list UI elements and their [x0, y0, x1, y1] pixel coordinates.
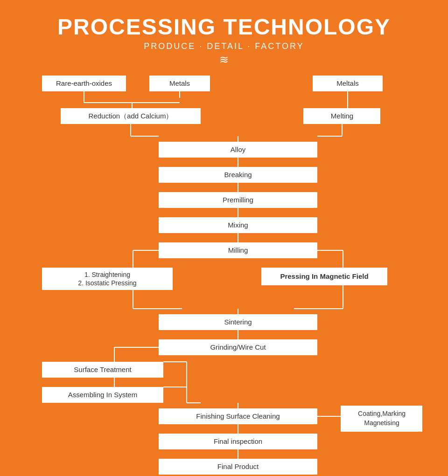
- breaking-label: Breaking: [224, 171, 252, 179]
- final-inspection-label: Final inspection: [214, 437, 262, 445]
- melting-label: Melting: [331, 112, 353, 120]
- meltals-label: Meltals: [336, 79, 359, 87]
- reduction-label: Reduction（add Calcium）: [89, 112, 173, 120]
- sintering-label: Sintering: [224, 318, 252, 326]
- isostatic-label-2: 2. Isostatic Pressing: [78, 279, 136, 287]
- assembling-label: Assembling In System: [68, 391, 137, 399]
- page-subtitle: PRODUCE · DETAIL · FACTORY: [144, 41, 304, 51]
- page-title: PROCESSING TECHNOLOGY: [57, 14, 391, 40]
- mixing-label: Mixing: [228, 221, 248, 229]
- coating-label-1: Coating,Marking: [358, 410, 406, 417]
- flow-diagram: .flow-box { fill: white; } .flow-text { …: [14, 76, 434, 476]
- surface-label: Surface Treatment: [74, 366, 132, 373]
- alloy-label: Alloy: [231, 145, 246, 153]
- isostatic-label-1: 1. Straightening: [84, 271, 130, 278]
- coating-label-2: Magnetising: [364, 419, 399, 427]
- premilling-label: Premilling: [223, 196, 253, 204]
- finishing-label: Finishing Surface Cleaning: [196, 412, 280, 420]
- pressing-label: Pressing In Magnetic Field: [280, 272, 368, 280]
- decoration-arrow: ≋: [219, 53, 229, 66]
- metals-label: Metals: [169, 79, 190, 87]
- grinding-label: Grinding/Wire Cut: [210, 343, 266, 351]
- milling-label: Milling: [228, 246, 248, 254]
- final-product-label: Final Product: [217, 462, 259, 470]
- rare-earth-label: Rare-earth-oxides: [56, 79, 112, 87]
